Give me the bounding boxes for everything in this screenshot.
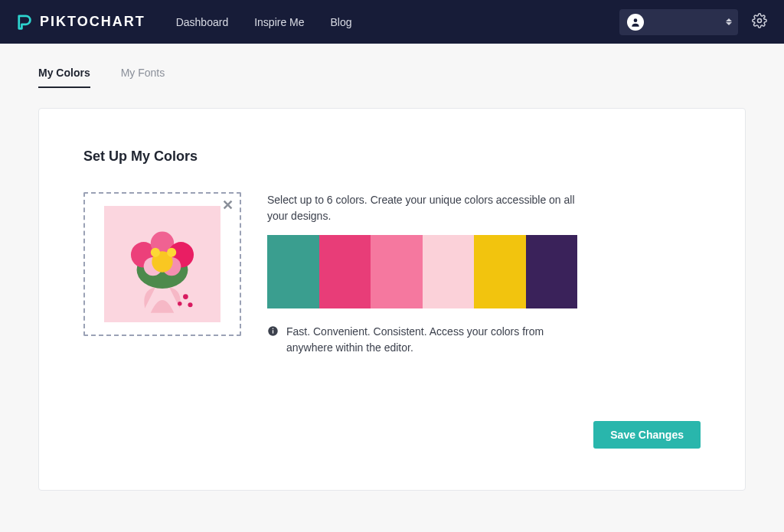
nav-blog[interactable]: Blog	[331, 16, 352, 28]
color-swatch-6[interactable]	[526, 235, 578, 308]
logo-text: PIKTOCHART	[40, 14, 145, 30]
page-body: My Colors My Fonts Set Up My Colors ✕	[0, 44, 784, 509]
info-row: Fast. Convenient. Consistent. Access you…	[267, 324, 581, 356]
color-palette	[267, 235, 577, 308]
color-swatch-3[interactable]	[371, 235, 423, 308]
logo[interactable]: PIKTOCHART	[17, 14, 145, 31]
image-thumbnail	[104, 206, 220, 322]
color-swatch-2[interactable]	[319, 235, 371, 308]
svg-point-13	[188, 302, 192, 307]
instruction-text: Select up to 6 colors. Create your uniqu…	[267, 192, 581, 224]
user-avatar-icon	[627, 14, 644, 31]
svg-point-11	[167, 248, 176, 257]
settings-button[interactable]	[752, 13, 767, 31]
svg-rect-16	[273, 330, 273, 333]
tab-my-fonts[interactable]: My Fonts	[121, 67, 165, 88]
color-swatch-1[interactable]	[267, 235, 319, 308]
tab-my-colors[interactable]: My Colors	[38, 67, 90, 88]
svg-point-14	[178, 302, 181, 305]
flowers-illustration-icon	[104, 206, 220, 322]
right-column: Select up to 6 colors. Create your uniqu…	[267, 192, 581, 356]
settings-card: Set Up My Colors ✕	[38, 108, 746, 491]
card-title: Set Up My Colors	[83, 149, 701, 165]
color-swatch-4[interactable]	[423, 235, 475, 308]
user-account-select[interactable]	[619, 9, 738, 35]
nav-inspire-me[interactable]: Inspire Me	[254, 16, 304, 28]
info-text: Fast. Convenient. Consistent. Access you…	[286, 324, 581, 356]
logo-icon	[17, 14, 34, 31]
color-swatch-5[interactable]	[474, 235, 526, 308]
content-row: ✕	[83, 192, 701, 356]
info-icon	[267, 325, 279, 337]
svg-rect-17	[273, 328, 273, 329]
gear-icon	[752, 13, 767, 28]
nav-dashboard[interactable]: Dashboard	[176, 16, 229, 28]
dropdown-caret-icon	[726, 9, 732, 35]
svg-point-12	[183, 294, 188, 299]
svg-point-1	[758, 18, 762, 22]
main-nav: Dashboard Inspire Me Blog	[176, 16, 352, 28]
svg-point-10	[151, 248, 160, 257]
remove-image-button[interactable]: ✕	[222, 198, 234, 212]
save-changes-button[interactable]: Save Changes	[593, 421, 701, 449]
image-dropzone[interactable]: ✕	[83, 192, 241, 336]
tabs: My Colors My Fonts	[38, 67, 746, 88]
svg-point-0	[634, 18, 638, 22]
topbar: PIKTOCHART Dashboard Inspire Me Blog	[0, 0, 784, 44]
